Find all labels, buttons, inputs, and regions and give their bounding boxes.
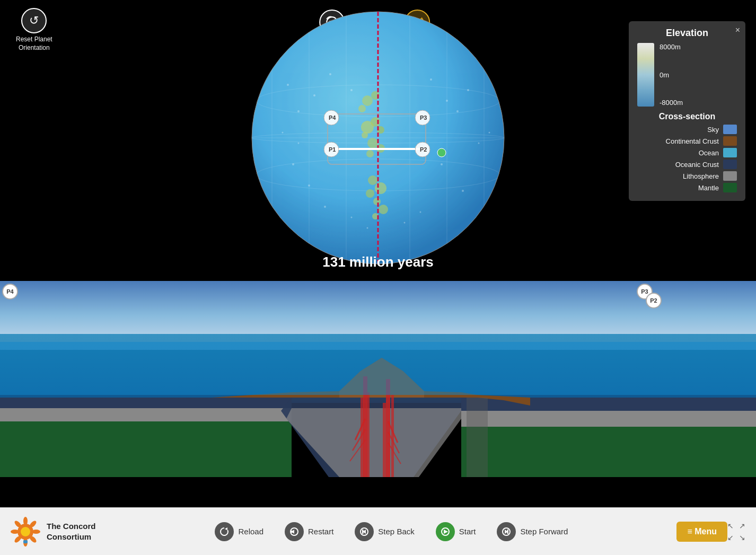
elevation-legend-section: 8000m 0m -8000m xyxy=(637,43,737,107)
restart-icon xyxy=(285,522,304,541)
cross-section-area: ✕ Close Cross-section ↺ Reset Cross-sect… xyxy=(0,281,756,477)
svg-point-38 xyxy=(404,222,406,224)
elevation-legend-title: Elevation xyxy=(637,28,737,39)
globe-svg: P1 P2 P3 P4 xyxy=(245,5,511,270)
cs-legend-item: Lithosphere xyxy=(637,171,737,181)
reload-button[interactable]: Reload xyxy=(215,522,263,541)
svg-point-31 xyxy=(462,190,464,192)
concord-line2: Consortium xyxy=(47,532,96,542)
step-back-icon xyxy=(355,522,374,541)
svg-point-23 xyxy=(430,78,432,81)
elevation-mid-label: 0m xyxy=(660,71,683,79)
cross-section-svg xyxy=(0,281,756,477)
step-forward-icon xyxy=(497,522,516,541)
cs-legend-item: Mantle xyxy=(637,183,737,192)
concord-logo-icon xyxy=(11,517,40,547)
svg-point-21 xyxy=(329,73,331,75)
globe-container[interactable]: P1 P2 P3 P4 xyxy=(245,5,511,270)
cs-color-swatch xyxy=(723,125,737,134)
svg-marker-114 xyxy=(444,530,448,534)
legend-panel: × Elevation 8000m 0m -8000m Cross-sectio… xyxy=(629,21,745,201)
svg-marker-72 xyxy=(0,408,292,421)
fullscreen-button[interactable]: ↖ ↗ ↙ ↘ xyxy=(727,522,745,542)
svg-marker-76 xyxy=(461,427,756,477)
reload-label: Reload xyxy=(238,527,263,536)
footer-controls: Reload Restart Step Back xyxy=(117,522,666,541)
svg-point-33 xyxy=(298,143,300,144)
svg-rect-109 xyxy=(291,531,293,533)
svg-point-47 xyxy=(362,95,373,106)
svg-point-97 xyxy=(23,517,28,525)
svg-rect-85 xyxy=(383,403,386,477)
cross-section-legend-items: Sky Continental Crust Ocean Oceanic Crus… xyxy=(637,125,737,192)
svg-point-56 xyxy=(437,148,446,157)
p2-cs-label: P2 xyxy=(646,293,662,309)
svg-point-18 xyxy=(287,84,289,86)
elevation-gradient-bar xyxy=(637,43,654,107)
main-viewport: ↺ Reset PlanetOrientation 3D Rotate Came… xyxy=(0,0,756,477)
svg-point-46 xyxy=(366,150,374,157)
fullscreen-icon-bl: ↙ xyxy=(727,533,734,542)
svg-marker-106 xyxy=(225,527,227,530)
svg-point-32 xyxy=(282,132,284,134)
menu-button[interactable]: ≡ Menu xyxy=(676,522,727,542)
elevation-max-label: 8000m xyxy=(660,43,683,51)
fullscreen-icon-tr: ↗ xyxy=(739,522,745,530)
cross-section-legend-title: Cross-section xyxy=(637,112,737,121)
svg-point-26 xyxy=(456,110,459,112)
svg-text:P4: P4 xyxy=(329,114,336,121)
restart-button[interactable]: Restart xyxy=(285,522,333,541)
svg-point-29 xyxy=(324,206,326,208)
cs-color-swatch xyxy=(723,148,737,157)
svg-rect-86 xyxy=(391,395,394,477)
svg-point-50 xyxy=(368,175,377,185)
step-forward-button[interactable]: Step Forward xyxy=(497,522,568,541)
svg-marker-75 xyxy=(461,411,756,427)
svg-rect-112 xyxy=(362,530,364,534)
fullscreen-icon-tl: ↖ xyxy=(727,522,734,530)
elevation-labels: 8000m 0m -8000m xyxy=(660,43,683,107)
concord-text: The Concord Consortium xyxy=(47,521,96,542)
svg-point-37 xyxy=(367,227,368,229)
cs-color-swatch xyxy=(723,183,737,192)
concord-line1: The Concord xyxy=(47,521,96,532)
legend-close-button[interactable]: × xyxy=(735,25,740,35)
cs-legend-item: Continental Crust xyxy=(637,136,737,146)
svg-marker-71 xyxy=(0,398,292,408)
svg-point-20 xyxy=(313,94,315,96)
reload-icon xyxy=(215,522,234,541)
svg-point-44 xyxy=(367,138,378,148)
time-label: 131 million years xyxy=(322,254,434,270)
svg-point-19 xyxy=(297,110,300,112)
svg-point-49 xyxy=(358,105,366,112)
step-back-label: Step Back xyxy=(378,527,414,536)
svg-point-28 xyxy=(308,184,310,187)
svg-rect-117 xyxy=(507,530,509,534)
svg-rect-94 xyxy=(0,342,756,395)
svg-point-34 xyxy=(489,132,490,134)
p4-cs-label: P4 xyxy=(2,284,18,299)
svg-point-99 xyxy=(32,530,40,534)
cs-legend-item: Oceanic Crust xyxy=(637,160,737,169)
svg-point-24 xyxy=(446,100,448,102)
svg-marker-78 xyxy=(286,408,461,477)
cs-color-swatch xyxy=(723,171,737,181)
footer-bar: The Concord Consortium Reload R xyxy=(0,507,756,555)
svg-marker-93 xyxy=(467,398,488,477)
svg-text:P2: P2 xyxy=(420,146,427,153)
step-back-button[interactable]: Step Back xyxy=(355,522,414,541)
svg-point-43 xyxy=(362,132,368,138)
svg-point-22 xyxy=(350,89,353,91)
globe-area: ↺ Reset PlanetOrientation 3D Rotate Came… xyxy=(0,0,756,281)
reset-planet-icon: ↺ xyxy=(21,8,47,33)
fullscreen-icon-br: ↘ xyxy=(739,533,745,542)
svg-point-103 xyxy=(11,530,19,534)
start-button[interactable]: Start xyxy=(436,522,476,541)
svg-marker-73 xyxy=(0,421,292,477)
elevation-min-label: -8000m xyxy=(660,99,683,107)
svg-point-27 xyxy=(292,163,294,165)
svg-text:P1: P1 xyxy=(329,146,336,153)
svg-point-53 xyxy=(373,198,381,205)
concord-logo: The Concord Consortium xyxy=(11,517,96,547)
reset-planet-button[interactable]: ↺ Reset PlanetOrientation xyxy=(16,8,52,52)
